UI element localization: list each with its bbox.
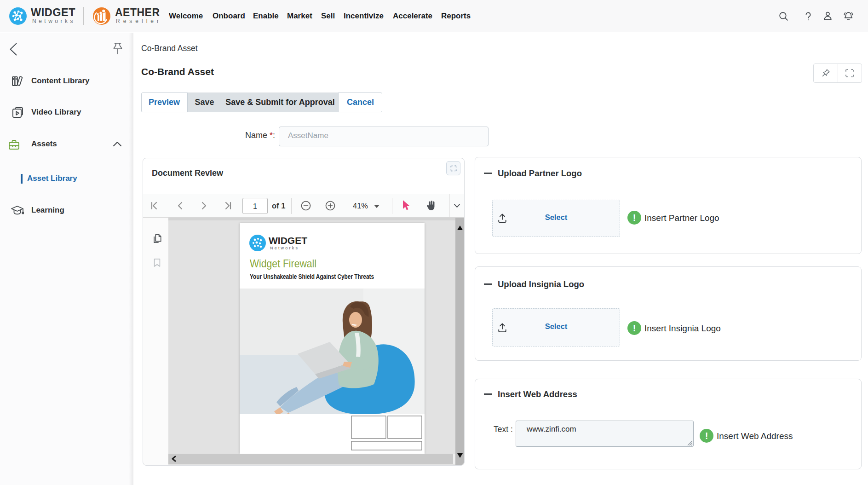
svg-text:Networks: Networks	[270, 246, 299, 250]
svg-text:Widget Firewall: Widget Firewall	[250, 257, 316, 270]
svg-text:Your Unshakeable Shield Agains: Your Unshakeable Shield Against Cyber Th…	[250, 273, 374, 280]
svg-text:WIDGET: WIDGET	[269, 235, 307, 246]
